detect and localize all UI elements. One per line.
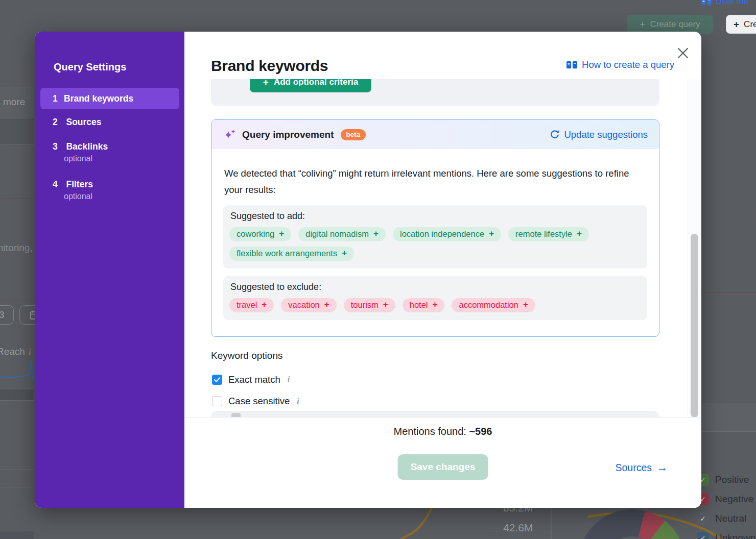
legend-label: Unknown [715,532,755,539]
info-icon[interactable]: i [296,397,300,406]
divider [0,487,34,487]
mentions-found: Mentions found: ~596 [184,426,701,437]
bg-row [0,389,34,400]
refresh-icon [550,130,559,139]
divider [0,199,34,199]
plus-icon: + [263,79,269,88]
query-improvement-description: We detected that “coliving” might return… [224,165,643,198]
beta-badge: beta [341,129,366,140]
plus-icon: + [640,19,645,30]
divider [0,469,34,470]
divider [702,431,756,432]
step-label: Brand keywords [64,93,133,104]
add-keyword-pill[interactable]: flexible work arrangements + [229,247,354,261]
sidebar-item-brand-keywords[interactable]: 1 Brand keywords [40,88,179,109]
step-label: Filters [66,179,93,189]
user-manual-label: User ma [716,0,748,7]
update-suggestions-label: Update suggestions [564,129,648,140]
plus-icon: + [433,300,438,310]
suggested-add-box: Suggested to add: coworking + digital n [223,205,647,268]
step-label: Sources [66,117,101,127]
divider [702,292,756,293]
keyword-label: accommodation [459,300,518,310]
plus-icon: + [577,229,582,239]
scrollbar-thumb[interactable] [691,234,698,418]
save-changes-button[interactable]: Save changes [398,454,488,480]
plus-icon: + [342,248,347,258]
user-manual-link[interactable]: User ma [701,0,748,8]
suggested-add-label: Suggested to add: [230,211,641,222]
help-link-label: How to create a query [582,59,674,70]
legend-item-neutral: ✓ Neutral [697,512,746,525]
step-number: 3 [53,141,64,152]
keyword-label: digital nomadism [305,229,369,239]
book-icon [566,60,578,70]
add-keyword-pill[interactable]: digital nomadism + [298,227,386,241]
add-keyword-pill[interactable]: remote lifestyle + [508,227,589,241]
case-sensitive-checkbox[interactable] [212,396,222,406]
info-icon[interactable]: i [287,375,291,384]
create-query-secondary-button[interactable]: + Cre [726,15,756,34]
exclude-keyword-pill[interactable]: tourism + [344,298,395,312]
plus-icon: + [262,300,267,310]
sidebar-item-backlinks[interactable]: 3 Backlinks optional [40,141,179,163]
plus-icon: + [489,229,494,239]
unknown-checkbox: ✓ [697,532,709,539]
next-section-edge [211,411,659,417]
plus-icon: + [383,300,388,310]
close-icon[interactable] [676,46,690,60]
divider [0,388,34,388]
query-improvement-title: Query improvement [242,129,334,140]
create-label: Cre [744,19,756,30]
neutral-checkbox: ✓ [697,512,709,525]
keyword-label: tourism [351,300,379,310]
keyword-label: hotel [410,300,428,310]
modal-sidebar: Query Settings 1 Brand keywords 2 Source… [35,32,184,508]
exact-match-checkbox[interactable] [212,375,222,385]
optional-note: optional [53,154,179,163]
divider [0,118,34,118]
exclude-keyword-pill[interactable]: hotel + [403,298,445,312]
step-number: 4 [53,179,64,190]
add-keyword-pill[interactable]: coworking + [229,227,291,241]
exclude-keyword-pill[interactable]: travel + [229,298,274,312]
legend-item-negative: ✓ Negative [697,493,753,505]
divider [0,428,34,428]
suggested-exclude-box: Suggested to exclude: travel + vacation [223,276,647,320]
optional-note: optional [53,192,179,201]
update-suggestions-link[interactable]: Update suggestions [550,129,648,140]
legend-label: Positive [715,474,749,485]
divider [0,144,34,145]
screen: more nitoring, 93 Reach i [0,0,756,539]
add-keyword-pill[interactable]: location independence + [393,227,501,241]
sidebar-item-sources[interactable]: 2 Sources [40,117,179,128]
query-settings-modal: Query Settings 1 Brand keywords 2 Source… [35,32,701,508]
modal-footer: Mentions found: ~596 Save changes Source… [184,417,701,508]
modal-scroll-area: + Add optional criteria Query improvemen… [184,79,701,417]
sources-label: Sources [615,462,652,474]
more-label: more [3,96,25,108]
legend-item-unknown: ✓ Unknown [697,532,755,539]
date-fragment: 93 [0,310,5,321]
sidebar-title: Query Settings [54,61,126,73]
modal-title: Brand keywords [211,57,328,75]
monitoring-text-fragment: nitoring, [0,242,33,254]
plus-icon: + [373,229,379,239]
query-improvement-header: Query improvement beta Update suggestion… [211,120,659,149]
create-query-label: Create query [650,19,700,30]
exclude-keyword-pill[interactable]: accommodation + [452,298,535,312]
sources-next-link[interactable]: Sources → [615,461,668,474]
legend-label: Negative [715,494,753,505]
exclude-keyword-pill[interactable]: vacation + [281,298,336,312]
divider [0,300,34,300]
case-sensitive-label: Case sensitive [228,396,290,407]
how-to-create-query-link[interactable]: How to create a query [566,59,674,70]
sidebar-item-filters[interactable]: 4 Filters optional [40,179,179,201]
add-optional-criteria-button[interactable]: + Add optional criteria [250,79,371,92]
bg-row [0,531,34,539]
suggested-exclude-label: Suggested to exclude: [230,282,641,292]
bg-row [0,118,34,144]
plus-icon: + [324,300,329,310]
keyword-options-title: Keyword options [211,350,282,361]
step-number: 1 [53,93,64,104]
